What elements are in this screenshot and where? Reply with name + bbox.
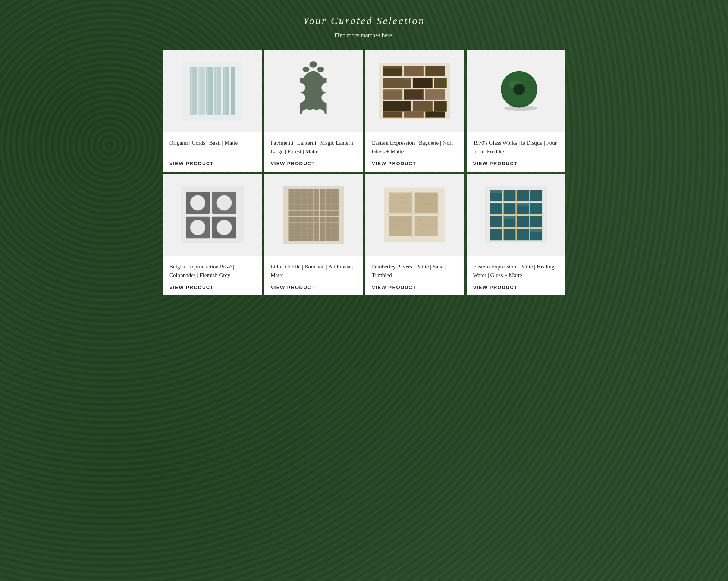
svg-rect-112 [530, 229, 542, 232]
svg-rect-2 [198, 67, 205, 115]
svg-rect-31 [404, 89, 423, 100]
svg-rect-99 [490, 229, 502, 240]
svg-rect-1 [190, 67, 197, 115]
svg-point-21 [303, 67, 310, 72]
svg-rect-110 [517, 203, 529, 205]
svg-rect-41 [383, 89, 402, 91]
svg-rect-90 [530, 190, 542, 201]
product-name-lido: Lido | Cortile | Bouchon | Ambrosia | Ma… [271, 263, 357, 279]
view-product-baguette[interactable]: VIEW PRODUCT [372, 161, 458, 166]
svg-rect-95 [490, 216, 502, 227]
svg-rect-101 [517, 229, 529, 240]
product-info-origami: Origami | Cords | Basil | Matte VIEW PRO… [163, 132, 262, 172]
view-product-origami[interactable]: VIEW PRODUCT [169, 161, 255, 166]
svg-rect-37 [404, 111, 423, 117]
svg-rect-39 [383, 66, 402, 69]
find-more-link[interactable]: Find more matches here. [335, 32, 393, 38]
product-image-pemberley [365, 174, 464, 256]
svg-point-14 [295, 92, 305, 103]
svg-rect-40 [404, 78, 413, 80]
baguette-tile-svg [379, 61, 450, 121]
svg-rect-111 [503, 216, 515, 219]
svg-rect-109 [490, 190, 502, 193]
page-wrapper: Your Curated Selection Find more matches… [140, 0, 588, 318]
product-image-pavimenti [264, 50, 363, 132]
product-name-baguette: Eastern Expression | Baguette | Nori | G… [372, 139, 458, 156]
svg-point-48 [504, 106, 537, 111]
view-product-pavimenti[interactable]: VIEW PRODUCT [271, 161, 357, 166]
product-image-lido [264, 174, 363, 256]
svg-rect-5 [223, 67, 229, 115]
product-image-baguette [365, 50, 464, 132]
product-name-origami: Origami | Cords | Basil | Matte [169, 139, 255, 156]
svg-rect-97 [517, 216, 529, 227]
view-product-eastern-petite[interactable]: VIEW PRODUCT [473, 285, 559, 290]
product-card-pemberley: Pemberley Pavers | Petite | Sand | Tumbl… [365, 174, 464, 295]
svg-rect-11 [224, 67, 225, 115]
product-info-baguette: Eastern Expression | Baguette | Nori | G… [365, 132, 464, 172]
svg-rect-7 [191, 67, 192, 115]
page-title: Your Curated Selection [163, 15, 565, 27]
product-name-belgian: Belgian Reproduction Privé | Colonnades … [169, 263, 255, 279]
product-name-eastern-petite: Eastern Expression | Petite | Healing Wa… [473, 263, 559, 279]
svg-rect-6 [231, 67, 235, 115]
svg-rect-68 [389, 192, 412, 213]
svg-rect-34 [413, 101, 432, 112]
product-image-glass [467, 50, 566, 132]
svg-point-47 [514, 84, 524, 94]
svg-rect-72 [415, 216, 438, 236]
product-image-belgian [163, 174, 262, 256]
svg-point-16 [321, 92, 332, 103]
svg-rect-4 [214, 67, 221, 115]
svg-rect-92 [503, 203, 515, 214]
eastern-petite-tile-svg [485, 185, 547, 245]
svg-point-15 [321, 83, 332, 93]
product-info-pavimenti: Pavimenti | Lanterni | Magic Lantern Lar… [264, 132, 363, 172]
svg-rect-38 [425, 111, 445, 117]
svg-rect-32 [425, 89, 445, 100]
svg-point-19 [315, 109, 325, 119]
svg-rect-88 [503, 190, 515, 201]
origami-tile-svg [182, 61, 242, 121]
svg-rect-35 [434, 101, 446, 112]
svg-rect-29 [434, 78, 446, 88]
glass-tile-svg [486, 61, 546, 121]
product-name-pemberley: Pemberley Pavers | Petite | Sand | Tumbl… [372, 263, 458, 279]
view-product-glass[interactable]: VIEW PRODUCT [473, 161, 559, 166]
svg-rect-9 [207, 67, 208, 115]
product-name-pavimenti: Pavimenti | Lanterni | Magic Lantern Lar… [271, 139, 357, 156]
svg-rect-100 [503, 229, 515, 240]
product-card-lido: Lido | Cortile | Bouchon | Ambrosia | Ma… [264, 174, 363, 295]
svg-point-13 [295, 83, 305, 93]
product-info-lido: Lido | Cortile | Bouchon | Ambrosia | Ma… [264, 256, 363, 295]
svg-point-22 [317, 67, 324, 72]
view-product-lido[interactable]: VIEW PRODUCT [271, 285, 357, 290]
svg-rect-26 [425, 66, 445, 76]
svg-rect-8 [199, 67, 200, 115]
product-card-belgian: Belgian Reproduction Privé | Colonnades … [163, 174, 262, 295]
view-product-pemberley[interactable]: VIEW PRODUCT [372, 285, 458, 290]
product-card-glass: 1970's Glass Works | le Disque | Four In… [467, 50, 566, 172]
product-image-origami [163, 50, 262, 132]
svg-rect-89 [517, 190, 529, 201]
page-header: Your Curated Selection Find more matches… [163, 15, 565, 39]
svg-rect-3 [206, 67, 213, 115]
product-info-pemberley: Pemberley Pavers | Petite | Sand | Tumbl… [365, 256, 464, 295]
svg-rect-94 [530, 203, 542, 214]
svg-point-20 [310, 61, 317, 68]
svg-rect-10 [216, 67, 217, 115]
product-info-eastern-petite: Eastern Expression | Petite | Healing Wa… [467, 256, 566, 295]
product-name-glass: 1970's Glass Works | le Disque | Four In… [473, 139, 559, 156]
product-card-baguette: Eastern Expression | Baguette | Nori | G… [365, 50, 464, 172]
svg-rect-65 [288, 189, 339, 241]
svg-rect-28 [413, 78, 432, 88]
view-product-belgian[interactable]: VIEW PRODUCT [169, 285, 255, 290]
pavimenti-tile-svg [283, 56, 343, 126]
product-card-eastern-petite: Eastern Expression | Petite | Healing Wa… [467, 174, 566, 295]
svg-rect-25 [404, 66, 423, 76]
product-card-origami: Origami | Cords | Basil | Matte VIEW PRO… [163, 50, 262, 172]
product-card-pavimenti: Pavimenti | Lanterni | Magic Lantern Lar… [264, 50, 363, 172]
svg-rect-33 [383, 101, 411, 112]
svg-rect-98 [530, 216, 542, 227]
products-grid: Origami | Cords | Basil | Matte VIEW PRO… [163, 50, 565, 295]
